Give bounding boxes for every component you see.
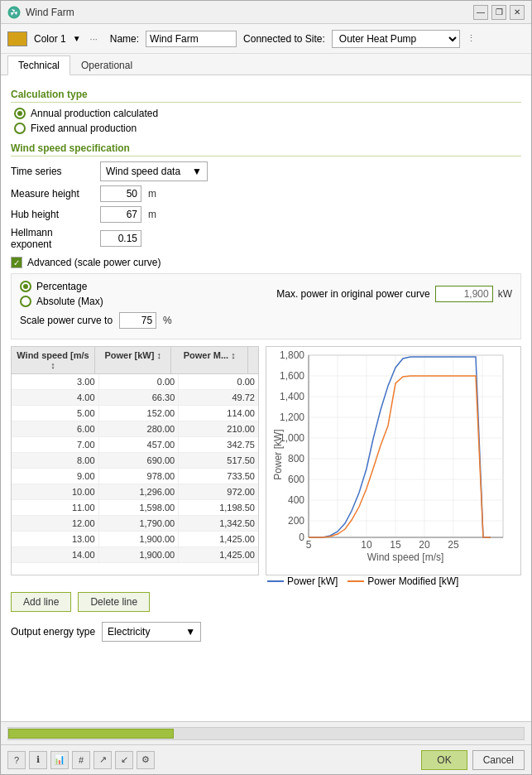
power-chart: 1,800 1,600 1,400 1,200 1,000 800 600 40… bbox=[271, 347, 515, 575]
chart-legend: Power [kW] Power Modified [kW] bbox=[267, 575, 521, 587]
table-row[interactable]: 5.00 152.00 114.00 bbox=[12, 406, 258, 421]
output-dropdown-arrow: ▼ bbox=[185, 626, 195, 638]
svg-text:20: 20 bbox=[419, 539, 430, 551]
table-row[interactable]: 13.00 1,900.00 1,425.00 bbox=[12, 532, 258, 547]
time-series-label: Time series bbox=[11, 166, 93, 177]
restore-button[interactable]: ❐ bbox=[491, 5, 506, 20]
wind-speed-cell: 12.00 bbox=[12, 516, 99, 531]
output-label: Output energy type bbox=[11, 626, 95, 638]
advanced-checkbox[interactable]: ✓ bbox=[11, 257, 22, 268]
close-button[interactable]: ✕ bbox=[510, 5, 525, 20]
table-row[interactable]: 12.00 1,790.00 1,342.50 bbox=[12, 516, 258, 532]
power-mod-cell: 49.72 bbox=[179, 390, 258, 405]
absolute-radio[interactable] bbox=[20, 296, 31, 307]
window-controls: — ❐ ✕ bbox=[473, 5, 525, 20]
power-cell: 66.30 bbox=[99, 390, 180, 405]
add-line-button[interactable]: Add line bbox=[11, 592, 71, 612]
connected-more-button[interactable]: ⋮ bbox=[467, 33, 476, 44]
svg-text:1,400: 1,400 bbox=[280, 391, 304, 402]
title-bar: Wind Farm — ❐ ✕ bbox=[1, 1, 531, 24]
time-series-dropdown-arrow: ▼ bbox=[192, 166, 202, 177]
svg-text:600: 600 bbox=[288, 474, 304, 485]
grid-icon[interactable]: # bbox=[72, 751, 90, 769]
max-power-unit: kW bbox=[498, 288, 512, 300]
window-title: Wind Farm bbox=[26, 7, 74, 18]
color-more-button[interactable]: ··· bbox=[88, 34, 100, 44]
connected-site-select[interactable]: Outer Heat Pump bbox=[332, 30, 460, 48]
output-energy-select[interactable]: Electricity ▼ bbox=[102, 622, 201, 642]
table-row[interactable]: 7.00 457.00 342.75 bbox=[12, 437, 258, 453]
help-icon[interactable]: ? bbox=[7, 751, 26, 769]
hub-height-row: Hub height m bbox=[11, 206, 521, 223]
wind-speed-cell: 5.00 bbox=[12, 406, 99, 421]
toolbar: Color 1 ▼ ··· Name: Connected to Site: O… bbox=[1, 24, 531, 54]
hub-height-input[interactable] bbox=[100, 206, 141, 223]
tab-operational[interactable]: Operational bbox=[70, 55, 143, 75]
scale-input[interactable] bbox=[119, 312, 156, 329]
power-cell: 690.00 bbox=[99, 453, 180, 468]
legend-power-mod: Power Modified [kW] bbox=[347, 575, 458, 587]
fixed-production-label: Fixed annual production bbox=[31, 123, 137, 134]
svg-text:800: 800 bbox=[288, 453, 304, 465]
ok-button[interactable]: OK bbox=[421, 750, 467, 770]
legend-power-mod-label: Power Modified [kW] bbox=[367, 575, 458, 587]
max-power-label: Max. power in original power curve bbox=[276, 288, 429, 300]
hellmann-row: Hellmann exponent bbox=[11, 227, 521, 250]
svg-text:10: 10 bbox=[361, 539, 372, 551]
table-row[interactable]: 14.00 1,900.00 1,425.00 bbox=[12, 547, 258, 563]
name-input[interactable] bbox=[146, 31, 237, 47]
fixed-production-radio[interactable] bbox=[14, 123, 26, 134]
table-row[interactable]: 8.00 690.00 517.50 bbox=[12, 453, 258, 469]
power-mod-cell: 342.75 bbox=[179, 437, 258, 452]
calculation-type-options: Annual production calculated Fixed annua… bbox=[14, 108, 521, 134]
footer: ? ℹ 📊 # ↗ ↙ ⚙ OK Cancel bbox=[1, 744, 531, 774]
scale-section: Percentage Absolute (Max) Max. power in … bbox=[11, 273, 521, 339]
scale-unit: % bbox=[163, 315, 172, 326]
minimize-button[interactable]: — bbox=[473, 5, 488, 20]
wind-speed-cell: 9.00 bbox=[12, 469, 99, 484]
table-row[interactable]: 10.00 1,296.00 972.00 bbox=[12, 484, 258, 500]
power-cell: 1,900.00 bbox=[99, 532, 180, 546]
power-cell: 1,598.00 bbox=[99, 500, 180, 515]
tab-technical[interactable]: Technical bbox=[7, 55, 70, 75]
measure-height-input[interactable] bbox=[100, 185, 141, 202]
power-header-col: Power [kW] ↕ bbox=[95, 347, 172, 373]
table-row[interactable]: 9.00 978.00 733.50 bbox=[12, 469, 258, 484]
tabs: Technical Operational bbox=[1, 54, 531, 75]
hellmann-label: Hellmann exponent bbox=[11, 227, 93, 250]
annual-production-radio[interactable] bbox=[14, 108, 26, 119]
wind-speed-cell: 14.00 bbox=[12, 547, 99, 562]
fixed-production-row: Fixed annual production bbox=[14, 123, 521, 134]
wind-speed-cell: 3.00 bbox=[12, 374, 99, 389]
svg-text:200: 200 bbox=[288, 515, 304, 527]
table-row[interactable]: 6.00 280.00 210.00 bbox=[12, 421, 258, 437]
table-row[interactable]: 11.00 1,598.00 1,198.50 bbox=[12, 500, 258, 516]
svg-text:0: 0 bbox=[299, 532, 304, 543]
svg-text:5: 5 bbox=[306, 539, 312, 551]
hellmann-input[interactable] bbox=[100, 230, 141, 247]
import-icon[interactable]: ↙ bbox=[115, 751, 133, 769]
color-swatch[interactable] bbox=[7, 31, 27, 46]
table-row[interactable]: 3.00 0.00 0.00 bbox=[12, 374, 258, 390]
power-mod-cell: 210.00 bbox=[179, 421, 258, 436]
calculation-type-header: Calculation type bbox=[11, 89, 521, 103]
svg-text:Power [kW]: Power [kW] bbox=[272, 429, 284, 479]
cancel-button[interactable]: Cancel bbox=[472, 750, 525, 770]
color-label: Color 1 bbox=[34, 33, 66, 45]
max-power-input[interactable] bbox=[435, 286, 493, 302]
footer-buttons: OK Cancel bbox=[421, 750, 525, 770]
table-row[interactable]: 4.00 66.30 49.72 bbox=[12, 390, 258, 406]
export-icon[interactable]: ↗ bbox=[93, 751, 112, 769]
percentage-radio[interactable] bbox=[20, 281, 31, 292]
delete-line-button[interactable]: Delete line bbox=[78, 592, 150, 612]
color-dropdown-arrow[interactable]: ▼ bbox=[73, 34, 81, 43]
settings-icon[interactable]: ⚙ bbox=[137, 751, 155, 769]
svg-text:400: 400 bbox=[288, 494, 304, 506]
info-icon[interactable]: ℹ bbox=[29, 751, 47, 769]
graph-icon[interactable]: 📊 bbox=[50, 751, 69, 769]
horizontal-scrollbar[interactable] bbox=[7, 727, 525, 740]
absolute-row: Absolute (Max) bbox=[20, 296, 103, 307]
scrollbar-thumb[interactable] bbox=[8, 729, 174, 739]
power-cell: 280.00 bbox=[99, 421, 180, 436]
time-series-select[interactable]: Wind speed data ▼ bbox=[100, 161, 208, 181]
